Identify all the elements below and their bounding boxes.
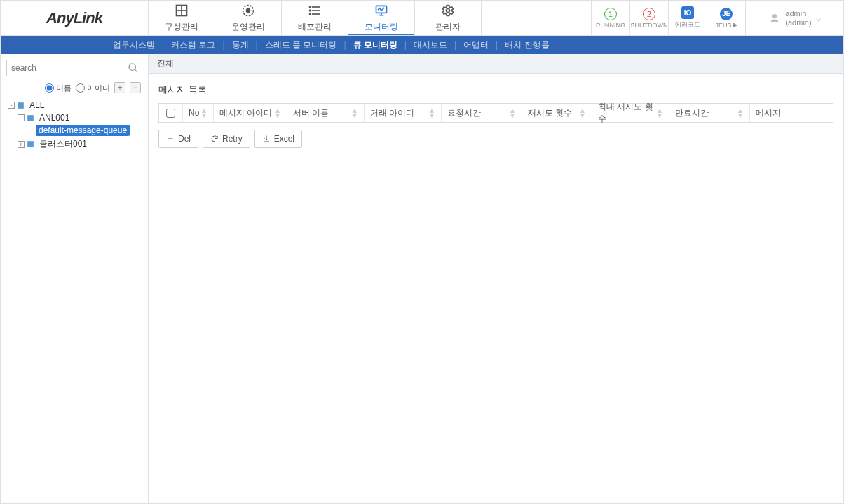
svg-rect-17 <box>27 141 34 147</box>
target-icon <box>241 4 255 20</box>
db-icon <box>16 101 25 110</box>
radio-id[interactable]: 아이디 <box>76 83 110 93</box>
subnav-adapter[interactable]: 어댑터 <box>456 39 496 51</box>
user-menu[interactable]: admin(admin) ⌵ <box>745 1 843 35</box>
col-msgid[interactable]: 메시지 아이디▲▼ <box>214 104 287 122</box>
sort-icon: ▲▼ <box>737 108 744 118</box>
server-icon <box>26 114 35 123</box>
running-count: 1 <box>604 8 617 20</box>
subnav-stats[interactable]: 통계 <box>225 39 256 51</box>
shutdown-count: 2 <box>643 8 655 20</box>
download-icon <box>262 135 271 143</box>
col-reqtime[interactable]: 요청시간▲▼ <box>442 104 522 122</box>
excel-button[interactable]: Excel <box>254 130 302 148</box>
tree-default-queue[interactable]: default-message-queue <box>27 124 142 137</box>
tree-view: - ALL - ANL001 <box>6 99 142 151</box>
status-shutdown[interactable]: 2 SHUTDOWN <box>629 1 668 35</box>
sort-icon: ▲▼ <box>509 108 516 118</box>
col-exptime[interactable]: 만료시간▲▼ <box>669 104 750 122</box>
col-server[interactable]: 서버 이름▲▼ <box>287 104 365 122</box>
monitor-icon <box>374 4 388 20</box>
nav-monitoring[interactable]: 모니터링 <box>348 1 415 35</box>
nav-operation[interactable]: 운영관리 <box>215 1 282 35</box>
svg-point-8 <box>310 6 311 8</box>
jeus-icon: JE <box>720 8 733 20</box>
action-buttons: Del Retry Excel <box>149 123 843 155</box>
section-title: 메시지 목록 <box>149 74 843 103</box>
svg-point-14 <box>447 8 450 12</box>
play-icon: ▶ <box>733 22 737 28</box>
status-jeus[interactable]: JE JEUS▶ <box>707 1 745 35</box>
col-txid[interactable]: 거래 아이디▲▼ <box>365 104 442 122</box>
status-bar: 1 RUNNING 2 SHUTDOWN IO 에러코드 JE JEUS▶ ad… <box>591 1 843 35</box>
main-content: 전체 메시지 목록 No▲▼ 메시지 아이디▲▼ 서버 이름▲▼ 거래 아이디▲… <box>149 54 843 503</box>
chevron-down-icon: ⌵ <box>816 13 821 23</box>
user-icon <box>768 12 781 25</box>
subnav-batch[interactable]: 배치 진행률 <box>498 39 556 51</box>
gear-icon <box>441 4 455 20</box>
search-input[interactable] <box>7 60 142 76</box>
status-running[interactable]: 1 RUNNING <box>591 1 629 35</box>
sort-icon: ▲▼ <box>200 108 207 118</box>
toggle-icon[interactable]: - <box>18 114 25 121</box>
col-retry[interactable]: 재시도 횟수▲▼ <box>522 104 592 122</box>
app-header: AnyLink 구성관리 운영관리 배포관리 모니터링 관리자 1 RUNNIN… <box>1 1 843 36</box>
collapse-button[interactable]: − <box>130 82 141 93</box>
list-icon <box>308 4 322 20</box>
subnav-customlog[interactable]: 커스텀 로그 <box>164 39 222 51</box>
subnav-threadpool[interactable]: 스레드 풀 모니터링 <box>258 39 344 51</box>
sub-nav: 업무시스템| 커스텀 로그| 통계| 스레드 풀 모니터링| 큐 모니터링| 대… <box>1 36 843 54</box>
nav-admin[interactable]: 관리자 <box>415 1 482 35</box>
select-all-checkbox[interactable] <box>166 109 175 118</box>
sort-icon: ▲▼ <box>579 108 586 118</box>
cluster-icon <box>26 139 35 149</box>
subnav-biz[interactable]: 업무시스템 <box>106 39 162 51</box>
table-header: No▲▼ 메시지 아이디▲▼ 서버 이름▲▼ 거래 아이디▲▼ 요청시간▲▼ 재… <box>158 103 833 123</box>
search-box <box>6 60 142 76</box>
main-nav: 구성관리 운영관리 배포관리 모니터링 관리자 <box>149 1 482 35</box>
toggle-icon[interactable]: - <box>8 102 15 109</box>
col-no[interactable]: No▲▼ <box>183 104 214 122</box>
nav-deploy[interactable]: 배포관리 <box>282 1 348 35</box>
tree-root[interactable]: - ALL <box>8 99 142 111</box>
svg-rect-16 <box>27 115 34 121</box>
retry-button[interactable]: Retry <box>203 130 250 148</box>
svg-point-9 <box>310 10 311 11</box>
grid-icon <box>175 4 189 20</box>
col-checkbox <box>159 104 183 122</box>
tree-anl001[interactable]: - ANL001 <box>18 111 142 124</box>
filter-row: 이름 아이디 + − <box>6 82 141 93</box>
toggle-icon[interactable]: + <box>18 141 25 148</box>
svg-point-10 <box>310 13 311 15</box>
tree-cluster001[interactable]: + 클러스터001 <box>18 137 142 151</box>
sort-icon: ▲▼ <box>351 108 358 118</box>
io-icon: IO <box>681 6 694 19</box>
minus-icon <box>166 135 175 143</box>
breadcrumb: 전체 <box>149 54 843 74</box>
subnav-dashboard[interactable]: 대시보드 <box>407 39 454 51</box>
sort-icon: ▲▼ <box>428 108 435 118</box>
sidebar: 이름 아이디 + − - ALL - <box>1 54 149 503</box>
sort-icon: ▲▼ <box>656 108 663 118</box>
subnav-queue[interactable]: 큐 모니터링 <box>346 39 404 51</box>
sort-icon: ▲▼ <box>274 108 281 118</box>
del-button[interactable]: Del <box>158 130 198 148</box>
search-icon[interactable] <box>128 62 139 74</box>
col-maxretry[interactable]: 최대 재시도 횟수▲▼ <box>592 104 669 122</box>
radio-name[interactable]: 이름 <box>45 83 72 93</box>
svg-rect-15 <box>18 102 24 109</box>
expand-button[interactable]: + <box>114 82 125 93</box>
col-msg[interactable]: 메시지 <box>750 104 833 122</box>
brand-logo: AnyLink <box>1 1 149 35</box>
svg-point-4 <box>247 8 250 12</box>
refresh-icon <box>210 135 219 143</box>
nav-config[interactable]: 구성관리 <box>149 1 215 35</box>
status-errorcode[interactable]: IO 에러코드 <box>668 1 707 35</box>
